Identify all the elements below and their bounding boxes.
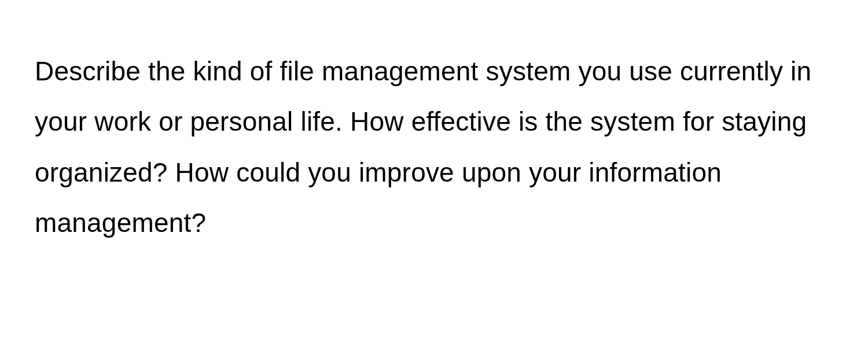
document-body-text: Describe the kind of file management sys…: [35, 46, 833, 249]
